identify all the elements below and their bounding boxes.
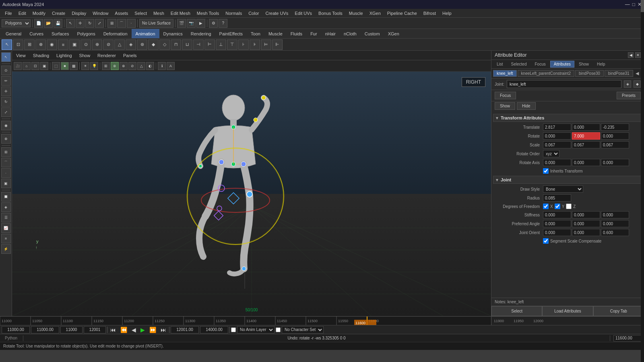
tab-selected[interactable]: Selected [508,61,530,68]
no-live-surface[interactable]: No Live Surface [139,19,173,28]
graph-editor[interactable]: 📈 [1,223,11,233]
module-rendering[interactable]: Rendering [187,29,215,38]
module-dynamics[interactable]: Dynamics [159,29,187,38]
module-nhair[interactable]: nHair [321,29,340,38]
ipr-btn[interactable]: ▶ [196,19,205,28]
dof-z[interactable] [566,204,572,209]
joint-tab-arrow-left[interactable]: ◀ [634,71,640,76]
snap-to-point[interactable]: · [1,168,11,178]
module-ncloth[interactable]: nCloth [340,29,361,38]
tool-icon-19[interactable]: ⊥ [216,39,226,50]
snap-point[interactable]: · [127,19,136,28]
snap-to-curve[interactable]: ⌒ [1,158,11,167]
select-tool[interactable]: ↖ [1,52,11,62]
module-muscle[interactable]: Muscle [264,29,287,38]
go-to-end-btn[interactable]: ⏭ [159,327,168,333]
tool-icon-7[interactable]: ⊙ [80,39,91,50]
joint-orient-z[interactable] [601,229,629,236]
tool-icon-5[interactable]: ≡ [58,39,68,50]
translate-y[interactable] [572,123,600,131]
copy-tab-button[interactable]: Copy Tab [593,306,644,316]
deformers-btn[interactable]: ⊘ [128,62,136,70]
canvas-area[interactable]: y ↑ RIGHT 50/100 [12,72,491,316]
play-back-btn[interactable]: ◀ [130,327,138,333]
menu-xgen[interactable]: XGen [366,9,384,17]
timeline-left[interactable]: 11000 11050 11100 11150 11200 11250 1130… [0,317,491,325]
scale-y[interactable] [572,141,600,148]
play-fwd-btn[interactable]: ▶ [139,327,147,333]
tool-icon-17[interactable]: ⊣ [193,39,204,50]
panels-menu[interactable]: Panels [122,53,138,58]
tool-icon-18[interactable]: ⊢ [204,39,215,50]
seg-scale-check[interactable] [543,238,549,244]
tool-icon-0[interactable]: ↖ [2,39,12,50]
tab-attributes[interactable]: Attributes [550,61,574,68]
end-frame-input2[interactable] [171,326,199,333]
menu-create-uvs[interactable]: Create UVs [262,9,291,17]
anim-layer-check[interactable] [231,327,236,332]
draw-style-select[interactable]: Bone Multi-child as Box None [543,185,583,193]
tab-help[interactable]: Help [593,61,609,68]
show-manip[interactable]: ⊕ [1,134,11,144]
menu-muscle[interactable]: Muscle [346,9,366,17]
joint-section-header[interactable]: ▼ Joint [493,176,642,184]
menu-select[interactable]: Select [131,9,150,17]
module-general[interactable]: General [2,29,25,38]
connect-attr-btn[interactable]: ◈ [624,80,631,88]
joint-tab-3[interactable]: bindPose31 [605,70,633,77]
quick-sel[interactable]: ⚡ [1,244,11,254]
menu-file[interactable]: File [2,9,15,17]
dope-sheet[interactable]: ≡ [1,234,11,243]
stiffness-x[interactable] [543,211,571,218]
step-fwd-btn[interactable]: ⏩ [148,327,158,333]
lasso-tool[interactable]: ⊙ [1,66,11,75]
transform-section-header[interactable]: ▼ Transform Attributes [493,114,642,122]
scale-z[interactable] [601,141,629,148]
tool-icon-22[interactable]: ⊧ [250,39,260,50]
joint-name-input[interactable] [507,80,621,88]
menu-mesh[interactable]: Mesh [150,9,167,17]
dof-x[interactable] [543,204,549,209]
tool-icon-15[interactable]: ⊓ [171,39,181,50]
hypershade[interactable]: ◈ [1,202,11,212]
module-fluids[interactable]: Fluids [287,29,306,38]
joint-tab-0[interactable]: knee_left [493,70,517,77]
snap-curve[interactable]: ⌒ [117,19,126,28]
menu-display[interactable]: Display [68,9,89,17]
joint-orient-x[interactable] [543,229,571,236]
anim-layer-select[interactable]: No Anim Layer [237,326,275,333]
tool-icon-21[interactable]: ⊦ [238,39,249,50]
hud-btn[interactable]: ℹ [158,62,166,70]
joint-orient-y[interactable] [572,229,600,236]
tool-icon-2[interactable]: ⊞ [24,39,35,50]
tool-icon-14[interactable]: ◇ [159,39,170,50]
module-deformation[interactable]: Deformation [99,29,132,38]
view-menu[interactable]: View [14,53,27,58]
step-back-btn[interactable]: ⏪ [119,327,129,333]
lighting-menu[interactable]: Lighting [55,53,74,58]
frame-input2[interactable] [60,326,83,333]
render-region[interactable]: 🔲 [1,192,11,202]
dof-y[interactable] [555,204,560,209]
module-toon[interactable]: Toon [247,29,264,38]
camera-btn[interactable]: 🎥 [14,62,22,70]
rotate-order-select[interactable]: xyz yzx zxy xzy yxz zyx [543,150,559,157]
rotate-y[interactable] [572,132,600,140]
attr-close[interactable]: ✕ [635,52,641,58]
joint-tab-1[interactable]: kneeLeft_parentConstraint2 [518,70,574,77]
tool-icon-6[interactable]: ▣ [69,39,80,50]
tool-icon-23[interactable]: ⊨ [261,39,271,50]
hulls-btn[interactable]: △ [137,62,145,70]
render2-btn[interactable]: 📷 [187,19,196,28]
scale-btn[interactable]: ⤢ [95,19,104,28]
tab-show[interactable]: Show [575,61,592,68]
stiffness-y[interactable] [572,211,600,218]
scrollbar-track[interactable] [641,111,644,298]
menu-window[interactable]: Window [89,9,111,17]
module-animation[interactable]: Animation [132,29,159,38]
module-fur[interactable]: Fur [306,29,321,38]
menu-color[interactable]: Color [245,9,262,17]
keyframe-btn[interactable]: ◆ [634,80,641,88]
menu-edit[interactable]: Edit [15,9,29,17]
rotate-btn[interactable]: ↻ [85,19,94,28]
